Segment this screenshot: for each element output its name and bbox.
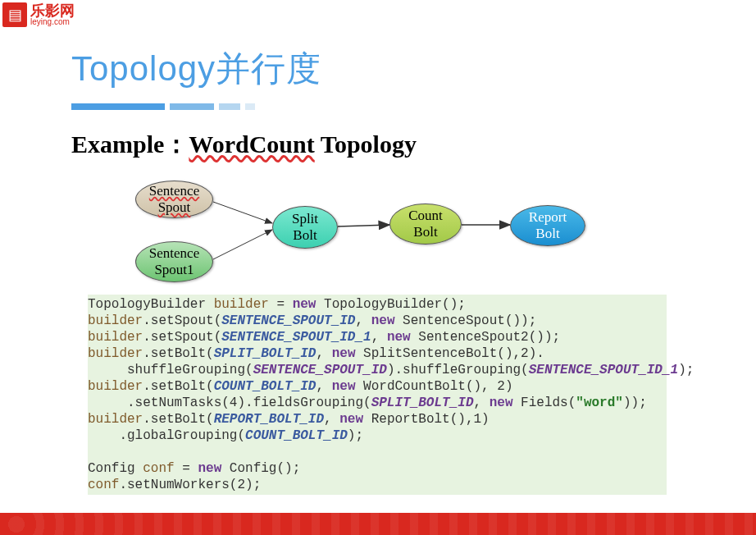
node-sentence-spout1: Sentence Spout1 (135, 241, 213, 282)
svg-line-1 (213, 230, 272, 259)
logo-cn: 乐影网 (30, 3, 75, 18)
count-line1: Count (408, 208, 443, 224)
site-logo: ▤ 乐影网 leying.com (2, 2, 75, 27)
node-split-bolt: Split Bolt (272, 206, 338, 249)
logo-en: leying.com (30, 18, 75, 26)
ss1-line2: Spout1 (154, 262, 194, 278)
svg-line-0 (213, 202, 272, 223)
slide-title: Topology并行度 (71, 46, 321, 92)
example-heading: Example：WordCount Topology (71, 128, 417, 162)
report-line2: Bolt (535, 226, 559, 242)
code-block: TopologyBuilder builder = new TopologyBu… (88, 295, 667, 495)
ss-line1: Sentence (149, 183, 199, 199)
bar-2 (170, 103, 214, 110)
bar-4 (245, 103, 255, 110)
bar-3 (219, 103, 240, 110)
ss1-line1: Sentence (149, 245, 199, 262)
split-line1: Split (292, 211, 318, 227)
node-report-bolt: Report Bolt (510, 205, 585, 246)
logo-mark-icon: ▤ (2, 2, 27, 27)
logo-text: 乐影网 leying.com (30, 3, 75, 26)
example-label: Example： (71, 130, 189, 158)
split-line2: Bolt (293, 227, 317, 244)
footer-band (0, 513, 756, 535)
topology-diagram: Sentence Spout Sentence Spout1 Split Bol… (131, 179, 623, 294)
count-line2: Bolt (413, 224, 437, 240)
node-count-bolt: Count Bolt (389, 203, 462, 245)
node-sentence-spout: Sentence Spout (135, 181, 213, 218)
svg-line-2 (338, 225, 389, 226)
ss-line2: Spout (158, 199, 191, 216)
bar-1 (71, 103, 165, 110)
title-underline (71, 103, 255, 110)
report-line1: Report (529, 209, 567, 226)
example-suffix: Topology (315, 130, 417, 158)
wordcount-text: WordCount (189, 130, 314, 158)
